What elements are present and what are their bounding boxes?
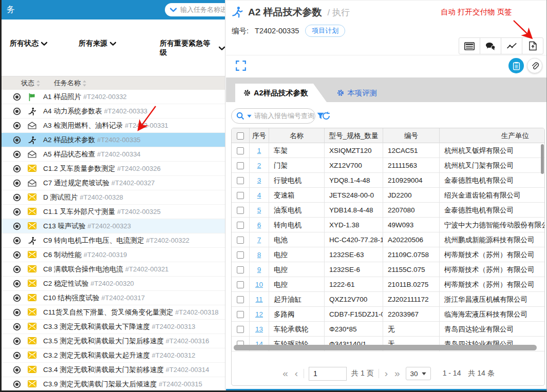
horizontal-scrollbar[interactable] <box>234 345 537 350</box>
status-radio-icon[interactable] <box>13 294 21 302</box>
task-row[interactable]: A4 动力系统参数表 #T2402-00333 <box>2 104 225 119</box>
next-page-button[interactable]: › <box>384 368 389 379</box>
row-checkbox[interactable] <box>237 222 244 229</box>
status-radio-icon[interactable] <box>13 351 21 360</box>
status-radio-icon[interactable] <box>13 165 21 173</box>
task-row[interactable]: C10 结构强度试验 #T2402-00317 <box>2 291 225 305</box>
row-index-link[interactable]: 7 <box>257 236 261 244</box>
status-radio-icon[interactable] <box>13 366 21 374</box>
row-index-link[interactable]: 5 <box>257 206 261 214</box>
refresh-button[interactable] <box>322 111 331 121</box>
expand-button[interactable] <box>235 60 247 71</box>
task-row[interactable]: C9 转向电机工作电压、电流测定 #T2402-00322 <box>2 233 225 248</box>
task-row[interactable]: C2 稳定性试验 #T2402-00320 <box>2 277 225 291</box>
task-row[interactable]: A2 样品技术参数 #T2402-00335 <box>2 133 225 147</box>
row-index-link[interactable]: 3 <box>257 177 261 184</box>
deliverable-list-button[interactable] <box>508 58 524 73</box>
row-checkbox[interactable] <box>237 326 244 333</box>
row-index-link[interactable]: 11 <box>255 296 262 303</box>
row-checkbox[interactable] <box>237 177 244 184</box>
row-checkbox[interactable] <box>237 237 244 244</box>
form-view-button[interactable] <box>459 37 480 54</box>
status-radio-icon[interactable] <box>13 122 21 130</box>
status-radio-icon[interactable] <box>13 136 21 144</box>
task-search-input[interactable]: 输入任务名称进行 <box>165 3 225 16</box>
row-index-link[interactable]: 1 <box>257 147 261 154</box>
row-checkbox[interactable] <box>237 147 244 154</box>
task-row[interactable]: C1.2 叉车质量参数测定 #T2402-00326 <box>2 162 225 176</box>
chevron-down-icon[interactable] <box>170 8 177 12</box>
row-index-link[interactable]: 6 <box>257 221 261 229</box>
vertical-scrollbar[interactable] <box>541 144 544 174</box>
row-index-link[interactable]: 2 <box>257 162 261 169</box>
status-radio-icon[interactable] <box>13 380 21 388</box>
status-radio-icon[interactable] <box>13 93 21 101</box>
attachment-button[interactable] <box>527 58 542 73</box>
status-radio-icon[interactable] <box>13 107 21 115</box>
task-row[interactable]: C3.3 测定无载和满载最大下降速度 #T2402-00313 <box>2 320 225 334</box>
comments-button[interactable] <box>480 37 501 54</box>
status-radio-icon[interactable] <box>13 251 21 259</box>
row-checkbox[interactable] <box>237 266 244 273</box>
task-row[interactable]: C13 噪声试验 #T2402-00323 <box>2 219 225 233</box>
row-index-link[interactable]: 12 <box>255 310 263 318</box>
task-row[interactable]: C7 通过规定爬坡试验 #T2402-00327 <box>2 176 225 190</box>
first-page-button[interactable]: « <box>281 368 289 379</box>
page-input[interactable] <box>309 367 347 381</box>
status-radio-icon[interactable] <box>13 337 21 345</box>
caret-down-icon[interactable] <box>247 114 252 118</box>
tab-evaluation[interactable]: 本项评测 <box>337 84 377 102</box>
row-index-link[interactable]: 10 <box>255 281 263 288</box>
task-row[interactable]: C11货叉自然下滑量、货叉倾角变化量测定 #T2402-00318 <box>2 305 225 320</box>
task-row[interactable]: C8 满载联合操作电池电流 #T2402-00321 <box>2 262 225 277</box>
deliverable-button[interactable] <box>522 37 543 54</box>
task-row[interactable]: C3.4 测定无载和满载最大门架前移速度 #T2402-00314 <box>2 363 225 377</box>
row-checkbox[interactable] <box>237 281 244 288</box>
status-radio-icon[interactable] <box>13 222 21 230</box>
progress-button[interactable] <box>501 37 522 54</box>
task-row[interactable]: D 测试照片 #T2402-00328 <box>2 190 225 205</box>
status-radio-icon[interactable] <box>13 323 21 331</box>
row-checkbox[interactable] <box>237 251 244 259</box>
project-plan-badge[interactable]: 项目计划 <box>305 25 345 37</box>
row-index-link[interactable]: 4 <box>257 191 261 199</box>
filter-priority[interactable]: 所有重要紧急等级 <box>160 39 225 57</box>
task-row[interactable]: A1 样品照片 #T2402-00332 <box>2 90 225 104</box>
status-radio-icon[interactable] <box>13 280 21 288</box>
task-row[interactable]: C3.9 测定无载满载门架最大后倾速度 #T2402-00315 <box>2 377 225 390</box>
row-index-link[interactable]: 13 <box>255 325 263 333</box>
status-radio-icon[interactable] <box>13 193 21 202</box>
column-status[interactable]: 状态 <box>21 79 41 88</box>
row-checkbox[interactable] <box>237 207 244 214</box>
page-size-select[interactable]: 30 <box>406 367 431 380</box>
row-index-link[interactable]: 9 <box>257 266 261 273</box>
status-radio-icon[interactable] <box>13 265 21 273</box>
filter-source[interactable]: 所有来源 <box>79 39 116 48</box>
status-radio-icon[interactable] <box>13 179 21 187</box>
task-row[interactable]: A5 样品状态检查 #T2402-00334 <box>2 147 225 162</box>
last-page-button[interactable]: » <box>393 368 401 379</box>
report-search-input[interactable]: 请输入报告编号查询 <box>231 108 315 124</box>
select-all-checkbox[interactable] <box>237 132 244 140</box>
task-row[interactable]: A3 检测用燃料、油料记录 #T2402-00331 <box>2 119 225 133</box>
status-radio-icon[interactable] <box>13 150 21 159</box>
row-checkbox[interactable] <box>237 192 244 199</box>
task-row[interactable]: C1.1 叉车外部尺寸测量 #T2402-00325 <box>2 205 225 219</box>
filter-status[interactable]: 所有状态 <box>10 39 47 48</box>
prev-page-button[interactable]: ‹ <box>294 368 299 379</box>
row-checkbox[interactable] <box>237 296 244 303</box>
sort-icon[interactable] <box>36 80 41 87</box>
status-radio-icon[interactable] <box>13 308 21 317</box>
tab-a2-params[interactable]: A2样品技术参数 <box>235 84 327 102</box>
sort-icon[interactable] <box>82 80 87 87</box>
status-radio-icon[interactable] <box>13 208 21 216</box>
column-task-name[interactable]: 任务名称 <box>54 79 87 88</box>
row-checkbox[interactable] <box>237 162 244 169</box>
status-radio-icon[interactable] <box>13 237 21 245</box>
task-row[interactable]: C3.2 测定无载和满载最大起升速度 #T2402-00312 <box>2 348 225 363</box>
task-row[interactable]: C6 制动性能 #T2402-00319 <box>2 248 225 262</box>
row-checkbox[interactable] <box>237 311 244 318</box>
cell-model: XSIQMZT120 <box>325 143 383 158</box>
task-row[interactable]: C3.5 测定无载和满载最大门架后移速度 #T2402-00316 <box>2 334 225 348</box>
row-index-link[interactable]: 8 <box>257 251 261 259</box>
